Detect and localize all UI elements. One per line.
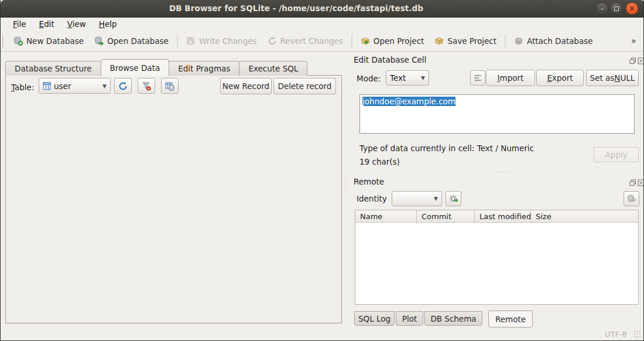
vertical-splitter-handle[interactable]: ......	[345, 176, 347, 193]
set-as-null-button[interactable]: Set as NULL	[586, 70, 639, 86]
new-database-button[interactable]: New Database	[8, 33, 89, 49]
app-window: DB Browser for SQLite - /home/user/code/…	[0, 0, 644, 341]
save-project-button[interactable]: Save Project	[429, 33, 502, 49]
attach-database-icon	[514, 36, 523, 46]
remote-table-header-row: Name Commit Last modified Size	[355, 210, 638, 223]
open-project-button[interactable]: Open Project	[355, 33, 430, 49]
remote-dock-title: Remote	[354, 177, 384, 186]
toolbar-separator	[505, 35, 506, 47]
table-icon	[43, 82, 51, 90]
toolbar-separator	[351, 35, 352, 47]
cell-editor-textarea[interactable]: johndoe@example.com	[359, 94, 635, 134]
cell-char-count: 19 char(s)	[359, 157, 400, 166]
push-database-button[interactable]	[624, 191, 639, 206]
main-tab-bar: Database Structure Browse Data Edit Prag…	[5, 59, 307, 76]
identity-label: Identity	[357, 194, 387, 203]
refresh-button[interactable]	[114, 78, 132, 94]
table-selector[interactable]: user ▼	[39, 78, 111, 94]
tab-plot[interactable]: Plot	[396, 311, 423, 326]
maximize-icon	[614, 6, 619, 11]
maximize-button[interactable]	[610, 2, 622, 15]
encoding-status: UTF-8	[605, 330, 627, 339]
new-record-button[interactable]: New Record	[220, 78, 272, 94]
clear-filter-icon	[142, 81, 151, 91]
word-wrap-button[interactable]	[470, 70, 485, 86]
attach-database-button[interactable]: Attach Database	[509, 33, 598, 49]
chevron-down-icon: ▼	[102, 83, 107, 89]
cell-type-info: Type of data currently in cell: Text / N…	[359, 144, 534, 153]
toolbar-drag-handle[interactable]	[2, 35, 6, 47]
push-database-icon	[627, 194, 636, 203]
mode-label: Mode:	[357, 74, 381, 83]
identity-selector[interactable]: ▼	[392, 191, 442, 206]
mode-selector-value: Text	[390, 73, 406, 83]
mode-selector[interactable]: Text ▼	[386, 70, 429, 86]
tab-db-schema[interactable]: DB Schema	[424, 311, 482, 326]
tab-database-structure[interactable]: Database Structure	[5, 61, 101, 76]
tab-remote[interactable]: Remote	[488, 311, 533, 328]
resize-grip[interactable]	[633, 330, 641, 338]
menu-edit[interactable]: Edit	[33, 18, 61, 30]
toolbar-separator	[177, 35, 178, 47]
cell-editor-selected-text: johndoe@example.com	[362, 97, 455, 106]
import-button[interactable]: Import	[486, 70, 535, 86]
close-dock-icon[interactable]	[638, 178, 644, 185]
revert-changes-icon	[268, 36, 277, 46]
revert-changes-label: Revert Changes	[280, 36, 343, 46]
write-changes-button: Write Changes	[181, 33, 262, 49]
remote-files-table: Name Commit Last modified Size	[355, 210, 639, 305]
window-title: DB Browser for SQLite - /home/user/code/…	[1, 4, 592, 13]
open-project-icon	[361, 36, 370, 46]
minimize-button[interactable]: –	[596, 2, 608, 15]
write-changes-label: Write Changes	[199, 36, 257, 46]
toolbar-overflow-button[interactable]: »	[631, 36, 636, 46]
tab-edit-pragmas[interactable]: Edit Pragmas	[169, 61, 239, 76]
remote-column-name[interactable]: Name	[355, 210, 417, 223]
open-database-label: Open Database	[107, 36, 169, 46]
menu-view[interactable]: View	[61, 18, 93, 30]
browse-data-panel	[5, 75, 342, 323]
remote-column-last-modified[interactable]: Last modified	[475, 210, 531, 223]
menu-help[interactable]: Help	[93, 18, 124, 30]
open-project-label: Open Project	[374, 36, 424, 46]
table-selector-value: user	[54, 81, 71, 91]
remote-column-size[interactable]: Size	[531, 210, 638, 223]
close-dock-icon[interactable]	[638, 56, 644, 63]
tab-execute-sql[interactable]: Execute SQL	[239, 61, 307, 76]
tab-browse-data[interactable]: Browse Data	[101, 59, 170, 76]
close-button[interactable]: ✕	[626, 2, 638, 15]
table-selector-label: Table:	[11, 83, 34, 92]
tab-sql-log[interactable]: SQL Log	[354, 311, 395, 326]
save-results-button[interactable]	[161, 78, 179, 94]
identity-settings-button[interactable]	[446, 191, 461, 206]
refresh-icon	[118, 81, 128, 91]
main-toolbar: New Database Open Database Write Changes…	[1, 31, 644, 52]
menu-bar: File Edit View Help	[1, 18, 644, 31]
save-project-label: Save Project	[447, 36, 496, 46]
float-dock-icon[interactable]	[629, 178, 636, 185]
revert-changes-button: Revert Changes	[262, 33, 348, 49]
remote-column-commit[interactable]: Commit	[417, 210, 475, 223]
save-results-icon	[165, 81, 174, 91]
menu-file[interactable]: File	[6, 18, 33, 30]
write-changes-icon	[186, 36, 196, 46]
chevron-down-icon: ▼	[421, 75, 425, 81]
title-bar: DB Browser for SQLite - /home/user/code/…	[1, 0, 644, 18]
new-database-icon	[13, 36, 23, 46]
export-button[interactable]: Export	[536, 70, 584, 86]
word-wrap-icon	[474, 74, 482, 82]
gear-icon	[449, 194, 458, 203]
attach-database-label: Attach Database	[527, 36, 593, 46]
float-dock-icon[interactable]	[629, 56, 636, 63]
open-database-button[interactable]: Open Database	[89, 33, 174, 49]
horizontal-splitter-handle[interactable]: ......	[492, 168, 511, 174]
apply-button: Apply	[594, 147, 639, 162]
open-database-icon	[94, 36, 104, 46]
new-database-label: New Database	[26, 36, 84, 46]
chevron-down-icon: ▼	[434, 196, 438, 202]
save-project-icon	[434, 36, 444, 46]
edit-cell-dock-title: Edit Database Cell	[354, 55, 426, 64]
clear-filters-button[interactable]	[138, 78, 155, 94]
delete-record-button[interactable]: Delete record	[273, 78, 336, 94]
